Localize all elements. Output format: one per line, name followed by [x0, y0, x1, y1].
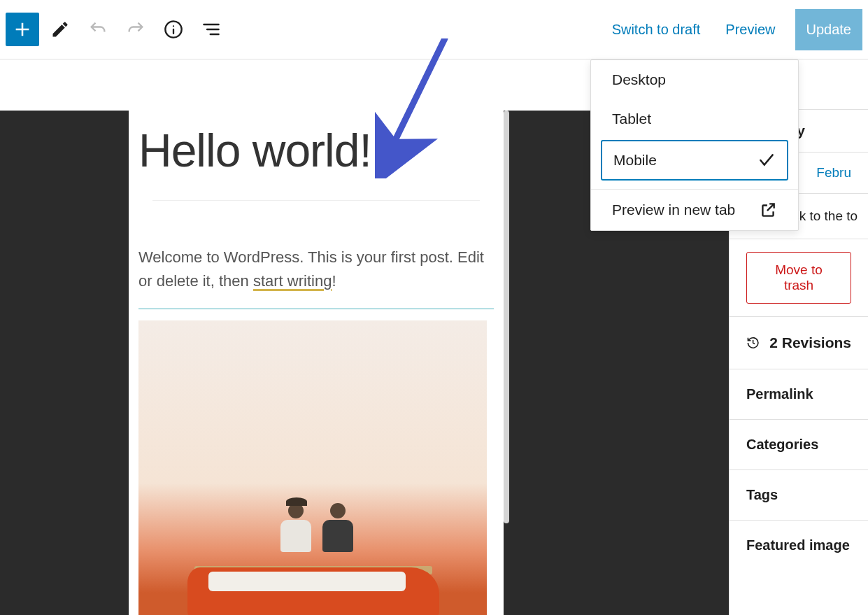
update-button[interactable]: Update — [795, 9, 863, 50]
preview-scrollbar[interactable] — [504, 111, 509, 523]
preview-dropdown: Desktop Tablet Mobile Preview in new tab — [590, 59, 799, 231]
pencil-icon — [50, 20, 70, 39]
start-writing-link[interactable]: start writing — [253, 272, 332, 290]
info-button[interactable] — [157, 13, 190, 46]
preview-button[interactable]: Preview — [720, 15, 781, 45]
trash-section: Move to trash — [730, 239, 868, 316]
post-image[interactable] — [138, 320, 487, 615]
preview-option-tablet[interactable]: Tablet — [591, 99, 798, 139]
external-link-icon — [759, 201, 777, 219]
preview-desktop-label: Desktop — [612, 71, 666, 88]
revisions-section[interactable]: 2 Revisions — [730, 316, 868, 369]
categories-section[interactable]: Categories — [730, 420, 868, 470]
plus-icon — [13, 20, 32, 39]
edit-mode-button[interactable] — [43, 13, 77, 46]
add-block-button[interactable] — [6, 13, 39, 46]
undo-button[interactable] — [81, 13, 115, 46]
block-separator — [138, 309, 494, 309]
redo-icon — [126, 20, 145, 39]
redo-button[interactable] — [119, 13, 152, 46]
preview-tablet-label: Tablet — [612, 111, 651, 127]
title-divider — [152, 200, 480, 201]
toolbar-left-group — [6, 13, 228, 46]
revisions-label: 2 Revisions — [769, 334, 851, 351]
preview-option-desktop[interactable]: Desktop — [591, 60, 798, 99]
van-body — [187, 567, 439, 615]
featured-image-section[interactable]: Featured image — [730, 521, 868, 570]
list-view-button[interactable] — [194, 13, 228, 46]
check-icon — [757, 151, 776, 169]
mobile-preview-frame: Hello world! Welcome to WordPress. This … — [129, 111, 504, 615]
permalink-section[interactable]: Permalink — [730, 369, 868, 420]
info-icon — [164, 20, 183, 39]
editor-toolbar: Switch to draft Preview Update — [0, 0, 868, 59]
list-icon — [201, 20, 221, 39]
tags-section[interactable]: Tags — [730, 470, 868, 521]
history-icon — [746, 334, 760, 352]
post-title[interactable]: Hello world! — [138, 125, 494, 176]
toolbar-right-group: Switch to draft Preview Update — [606, 9, 862, 50]
preview-mobile-label: Mobile — [613, 152, 657, 169]
move-to-trash-button[interactable]: Move to trash — [746, 252, 851, 304]
undo-icon — [88, 20, 108, 39]
publish-date-value[interactable]: Febru — [816, 165, 851, 180]
person-right — [317, 503, 359, 566]
switch-to-draft-button[interactable]: Switch to draft — [606, 15, 706, 45]
preview-new-tab-label: Preview in new tab — [612, 202, 735, 218]
post-body-suffix: ! — [332, 272, 336, 290]
post-paragraph[interactable]: Welcome to WordPress. This is your first… — [138, 246, 494, 293]
person-left — [275, 503, 317, 566]
preview-option-mobile[interactable]: Mobile — [601, 140, 788, 181]
preview-new-tab[interactable]: Preview in new tab — [591, 190, 798, 230]
